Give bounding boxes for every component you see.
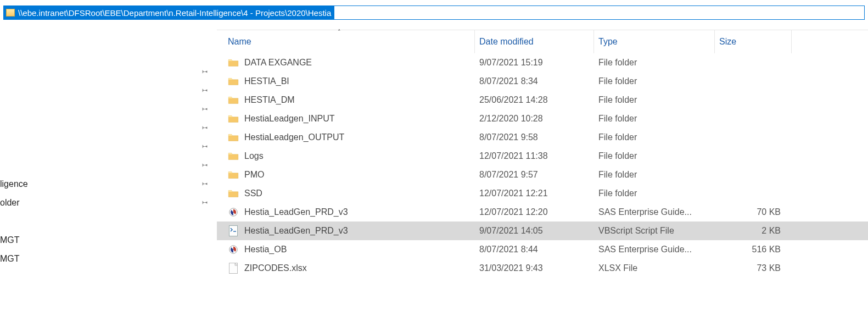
pin-icon (197, 121, 211, 135)
file-type-cell: File folder (594, 189, 715, 198)
folder-icon (228, 151, 239, 162)
sidebar-item[interactable]: older (0, 193, 217, 212)
file-name-cell: PMO (217, 169, 475, 180)
quick-access-sidebar: ligenceolderMGTMGT (0, 30, 217, 278)
sidebar-item[interactable] (0, 212, 217, 231)
sidebar-item[interactable] (0, 137, 217, 156)
column-header-name[interactable]: Name ˄ (217, 30, 475, 53)
file-row[interactable]: Hestia_OB8/07/2021 8:44SAS Enterprise Gu… (217, 240, 868, 259)
file-date-cell: 12/07/2021 12:21 (475, 189, 594, 198)
sidebar-item[interactable] (0, 119, 217, 137)
file-row[interactable]: ZIPCODES.xlsx31/03/2021 9:43XLSX File73 … (217, 259, 868, 278)
sort-ascending-icon: ˄ (338, 29, 341, 36)
file-row[interactable]: HESTIA_DM25/06/2021 14:28File folder (217, 91, 868, 109)
file-name-label: Hestia_OB (244, 245, 287, 254)
folder-icon (228, 169, 239, 180)
sidebar-item[interactable] (0, 63, 217, 81)
xlsx-icon (228, 263, 239, 274)
file-row[interactable]: HESTIA_BI8/07/2021 8:34File folder (217, 72, 868, 91)
file-name-cell: ZIPCODES.xlsx (217, 263, 475, 274)
address-bar[interactable]: \\ebe.intranet\DFSRoot\EBE\Department\n.… (3, 5, 865, 20)
column-header-name-label: Name (228, 37, 251, 47)
sidebar-item-label: MGT (0, 254, 217, 264)
file-date-cell: 8/07/2021 9:58 (475, 132, 594, 142)
file-date-cell: 2/12/2020 10:28 (475, 114, 594, 124)
file-date-cell: 8/07/2021 8:44 (475, 245, 594, 254)
column-header-size[interactable]: Size (715, 30, 792, 53)
address-bar-selection[interactable]: \\ebe.intranet\DFSRoot\EBE\Department\n.… (4, 6, 334, 19)
pin-icon (197, 158, 211, 173)
sidebar-item[interactable] (0, 100, 217, 119)
file-row[interactable]: SSD12/07/2021 12:21File folder (217, 184, 868, 203)
file-name-label: Hestia_LeadGen_PRD_v3 (244, 207, 348, 217)
column-header-type[interactable]: Type (594, 30, 715, 53)
file-name-cell: HestiaLeadgen_OUTPUT (217, 132, 475, 143)
pin-icon (197, 196, 211, 210)
file-list-panel: Name ˄ Date modified Type Size DATA EXGA… (217, 30, 868, 278)
file-row[interactable]: DATA EXGANGE9/07/2021 15:19File folder (217, 53, 868, 72)
sidebar-item[interactable] (0, 156, 217, 175)
column-headers: Name ˄ Date modified Type Size (217, 30, 868, 53)
file-type-cell: File folder (594, 58, 715, 68)
column-header-type-label: Type (598, 37, 618, 47)
sidebar-item-label: MGT (0, 235, 217, 245)
file-type-cell: File folder (594, 151, 715, 161)
sidebar-item[interactable] (0, 81, 217, 100)
file-row[interactable]: PMO8/07/2021 9:57File folder (217, 165, 868, 184)
file-name-label: HestiaLeadgen_OUTPUT (244, 132, 344, 142)
file-row[interactable]: HestiaLeadgen_OUTPUT8/07/2021 9:58File f… (217, 128, 868, 147)
file-type-cell: File folder (594, 132, 715, 142)
sidebar-item[interactable]: ligence (0, 175, 217, 193)
file-size-cell: 2 KB (715, 226, 792, 236)
file-size-cell: 516 KB (715, 245, 792, 254)
file-row[interactable]: Logs12/07/2021 11:38File folder (217, 147, 868, 165)
file-row[interactable]: Hestia_LeadGen_PRD_v39/07/2021 14:05VBSc… (217, 222, 868, 240)
file-type-cell: File folder (594, 170, 715, 180)
folder-icon (6, 9, 15, 16)
file-type-cell: File folder (594, 114, 715, 124)
file-name-label: SSD (244, 189, 262, 198)
vbs-icon (228, 225, 239, 236)
file-size-cell: 73 KB (715, 263, 792, 273)
file-type-cell: SAS Enterprise Guide... (594, 245, 715, 254)
file-type-cell: VBScript Script File (594, 226, 715, 236)
address-bar-path: \\ebe.intranet\DFSRoot\EBE\Department\n.… (18, 8, 331, 18)
file-name-label: HestiaLeadgen_INPUT (244, 114, 335, 124)
file-name-label: Hestia_LeadGen_PRD_v3 (244, 226, 348, 236)
file-name-label: Logs (244, 151, 264, 161)
file-name-label: ZIPCODES.xlsx (244, 263, 307, 273)
column-header-date[interactable]: Date modified (475, 30, 594, 53)
sas-icon (228, 207, 239, 218)
file-date-cell: 25/06/2021 14:28 (475, 95, 594, 105)
folder-icon (228, 76, 239, 87)
file-date-cell: 9/07/2021 15:19 (475, 58, 594, 68)
file-type-cell: SAS Enterprise Guide... (594, 207, 715, 217)
pin-icon (197, 102, 211, 117)
pin-icon (197, 177, 211, 191)
file-row[interactable]: Hestia_LeadGen_PRD_v312/07/2021 12:20SAS… (217, 203, 868, 222)
file-name-cell: Logs (217, 151, 475, 162)
folder-icon (228, 57, 239, 68)
sidebar-item[interactable]: MGT (0, 250, 217, 268)
column-header-size-label: Size (719, 37, 736, 47)
folder-icon (228, 95, 239, 106)
folder-icon (228, 132, 239, 143)
file-name-cell: Hestia_OB (217, 244, 475, 255)
pin-icon (197, 65, 211, 79)
file-name-cell: HESTIA_BI (217, 76, 475, 87)
sas-icon (228, 244, 239, 255)
file-date-cell: 31/03/2021 9:43 (475, 263, 594, 273)
file-size-cell: 70 KB (715, 207, 792, 217)
file-date-cell: 12/07/2021 12:20 (475, 207, 594, 217)
file-row[interactable]: HestiaLeadgen_INPUT2/12/2020 10:28File f… (217, 109, 868, 128)
file-name-cell: Hestia_LeadGen_PRD_v3 (217, 207, 475, 218)
sidebar-item-label: older (0, 198, 198, 208)
file-name-cell: HestiaLeadgen_INPUT (217, 113, 475, 124)
file-name-cell: SSD (217, 188, 475, 199)
sidebar-item[interactable]: MGT (0, 231, 217, 250)
file-date-cell: 8/07/2021 9:57 (475, 170, 594, 180)
address-bar-empty[interactable] (334, 6, 864, 19)
column-header-date-label: Date modified (479, 37, 534, 47)
pin-icon (197, 84, 211, 98)
file-name-label: PMO (244, 170, 264, 180)
